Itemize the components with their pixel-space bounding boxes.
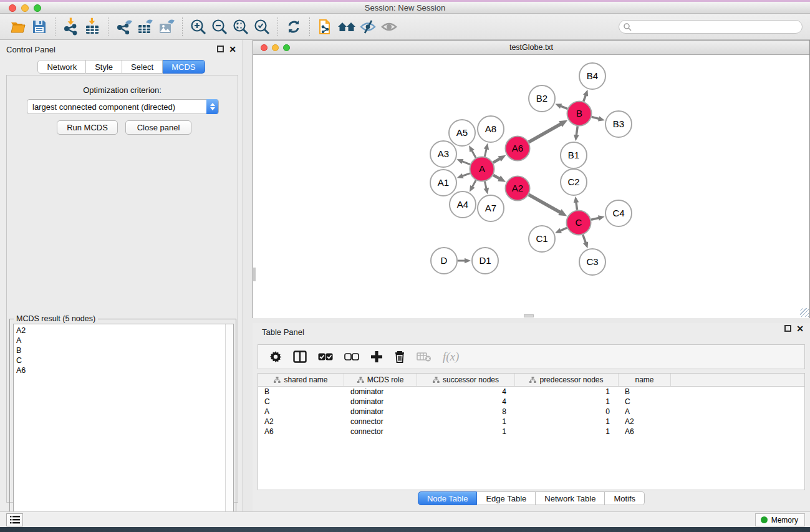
mcds-result-item[interactable]: A6 xyxy=(16,365,233,375)
function-icon[interactable]: f(x) xyxy=(443,350,459,364)
network-window-titlebar[interactable]: testGlobe.txt xyxy=(253,41,809,55)
mcds-result-item[interactable]: A2 xyxy=(16,326,233,336)
table-cell[interactable]: 8 xyxy=(417,407,515,417)
table-cell[interactable]: A xyxy=(619,407,671,417)
table-cell[interactable]: 1 xyxy=(515,397,619,407)
table-cell[interactable]: dominator xyxy=(344,407,417,417)
delete-icon[interactable] xyxy=(394,351,405,363)
gear-icon[interactable] xyxy=(269,351,282,363)
first-neighbors-icon[interactable] xyxy=(315,16,336,37)
close-panel-icon[interactable]: ✕ xyxy=(796,324,804,334)
table-cell[interactable]: B xyxy=(619,387,671,397)
table-cell[interactable]: A6 xyxy=(258,427,344,437)
deselect-all-icon[interactable] xyxy=(344,352,359,361)
table-cell[interactable]: connector xyxy=(344,427,417,437)
column-header-predecessor-nodes[interactable]: predecessor nodes xyxy=(515,374,619,386)
table-cell[interactable]: dominator xyxy=(344,387,417,397)
resize-grip-icon[interactable] xyxy=(800,308,809,317)
import-table-icon[interactable] xyxy=(82,16,103,37)
zoom-selected-icon[interactable] xyxy=(251,16,272,37)
zoom-in-icon[interactable] xyxy=(188,16,209,37)
zoom-fit-icon[interactable] xyxy=(230,16,251,37)
edge-arrowhead-icon xyxy=(598,215,605,220)
select-all-icon[interactable] xyxy=(318,352,333,361)
table-cell[interactable]: A2 xyxy=(258,417,344,427)
tab-network-table[interactable]: Network Table xyxy=(536,491,605,505)
export-image-icon[interactable] xyxy=(156,16,177,37)
graph-node-label: D1 xyxy=(479,255,491,266)
minimize-view-button[interactable] xyxy=(272,44,279,51)
close-view-button[interactable] xyxy=(261,44,268,51)
export-table-icon[interactable] xyxy=(135,16,156,37)
tab-style[interactable]: Style xyxy=(86,60,122,74)
columns-icon[interactable] xyxy=(293,351,307,363)
column-header-MCDS-role[interactable]: MCDS role xyxy=(344,374,417,386)
float-panel-icon[interactable] xyxy=(784,325,791,332)
table-cell[interactable]: C xyxy=(258,397,344,407)
home-icon[interactable] xyxy=(336,16,357,37)
close-panel-icon[interactable]: ✕ xyxy=(229,44,236,54)
close-window-button[interactable] xyxy=(9,4,16,12)
minimize-window-button[interactable] xyxy=(21,4,29,12)
table-cell[interactable]: dominator xyxy=(344,397,417,407)
refresh-icon[interactable] xyxy=(283,16,304,37)
table-row[interactable]: Adominator80A xyxy=(258,407,804,417)
column-header-shared-name[interactable]: shared name xyxy=(258,374,344,386)
import-network-icon[interactable] xyxy=(60,16,82,37)
show-eye-icon[interactable] xyxy=(378,16,400,37)
table-cell[interactable]: A6 xyxy=(619,427,671,437)
zoom-out-icon[interactable] xyxy=(209,16,230,37)
delete-table-icon[interactable] xyxy=(417,351,432,362)
memory-button[interactable]: Memory xyxy=(755,513,805,526)
table-cell[interactable]: 0 xyxy=(515,407,619,417)
mcds-result-item[interactable]: B xyxy=(16,346,233,355)
table-row[interactable]: Cdominator41C xyxy=(258,397,804,407)
open-folder-icon[interactable] xyxy=(7,16,29,37)
table-row[interactable]: A6connector11A6 xyxy=(258,427,804,437)
close-panel-button[interactable]: Close panel xyxy=(125,120,191,135)
zoom-view-button[interactable] xyxy=(283,44,290,51)
hide-eye-icon[interactable] xyxy=(357,16,378,37)
mcds-result-item[interactable]: C xyxy=(16,355,233,365)
column-header-name[interactable]: name xyxy=(619,374,671,386)
table-cell[interactable]: A2 xyxy=(619,417,671,427)
optimization-criterion-select[interactable]: largest connected component (directed) xyxy=(27,99,219,114)
node-table[interactable]: shared nameMCDS rolesuccessor nodesprede… xyxy=(258,373,805,490)
horizontal-scrollbar-thumb[interactable] xyxy=(524,314,534,317)
tab-select[interactable]: Select xyxy=(122,60,163,74)
export-network-icon[interactable] xyxy=(113,16,135,37)
save-icon[interactable] xyxy=(29,16,50,37)
tab-motifs[interactable]: Motifs xyxy=(605,491,645,505)
run-mcds-button[interactable]: Run MCDS xyxy=(57,120,118,135)
table-cell[interactable]: 4 xyxy=(417,397,515,407)
add-icon[interactable] xyxy=(370,351,383,363)
tab-network[interactable]: Network xyxy=(37,60,86,74)
task-history-icon[interactable] xyxy=(6,513,23,526)
table-cell[interactable]: A xyxy=(258,407,344,417)
vertical-scrollbar-thumb[interactable] xyxy=(253,268,256,281)
column-header-successor-nodes[interactable]: successor nodes xyxy=(417,374,515,386)
zoom-window-button[interactable] xyxy=(34,4,41,12)
table-row[interactable]: A2connector11A2 xyxy=(258,417,804,427)
scrollbar[interactable] xyxy=(225,324,233,530)
table-cell[interactable]: B xyxy=(258,387,344,397)
table-cell[interactable]: 1 xyxy=(515,387,619,397)
search-input[interactable] xyxy=(619,20,803,34)
tab-mcds[interactable]: MCDS xyxy=(163,60,205,74)
table-cell[interactable]: 1 xyxy=(515,417,619,427)
tab-node-table[interactable]: Node Table xyxy=(418,491,478,505)
table-cell[interactable]: 1 xyxy=(417,417,515,427)
mcds-result-item[interactable]: A xyxy=(16,336,233,346)
graph-edge-A2-C[interactable] xyxy=(529,195,562,213)
table-cell[interactable]: 1 xyxy=(417,427,515,437)
table-cell[interactable]: 4 xyxy=(417,387,515,397)
tab-edge-table[interactable]: Edge Table xyxy=(477,491,536,505)
table-cell[interactable]: 1 xyxy=(515,427,619,437)
mcds-result-listbox[interactable]: A2ABCA6 xyxy=(13,324,234,531)
float-panel-icon[interactable] xyxy=(217,46,224,52)
network-canvas[interactable]: B4B2BB3A5A8A6A3B1AA1C2A2A4A7CC4C1C3DD1 xyxy=(253,56,809,318)
graph-edge-A6-B[interactable] xyxy=(529,123,563,142)
table-row[interactable]: Bdominator41B xyxy=(258,387,804,397)
table-cell[interactable]: connector xyxy=(344,417,417,427)
table-cell[interactable]: C xyxy=(619,397,671,407)
